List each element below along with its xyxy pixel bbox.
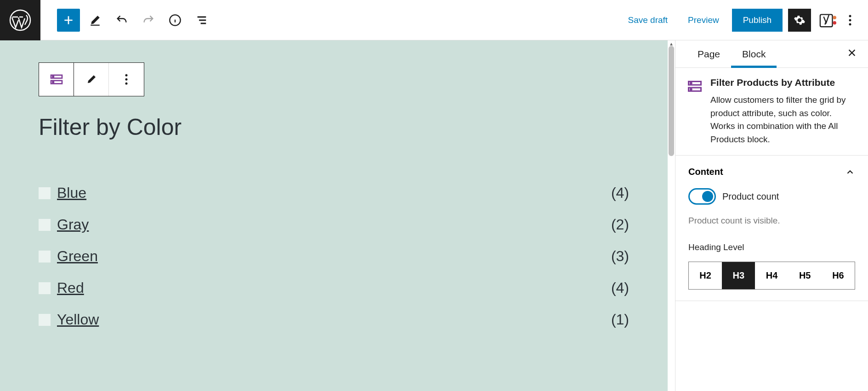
edit-block-button[interactable]	[74, 63, 109, 96]
scrollbar[interactable]: ▲	[668, 40, 675, 391]
filter-count: (1)	[611, 311, 629, 328]
filter-count: (4)	[611, 279, 629, 296]
block-toolbar	[39, 62, 144, 96]
filter-checkbox[interactable]	[39, 219, 51, 231]
filter-count: (4)	[611, 184, 629, 201]
block-more-button[interactable]	[109, 63, 144, 96]
filter-checkbox[interactable]	[39, 251, 51, 263]
filter-label[interactable]: Red	[57, 279, 611, 296]
filter-label[interactable]: Green	[57, 248, 611, 265]
edit-tool-button[interactable]	[84, 9, 107, 32]
redo-button[interactable]	[137, 9, 160, 32]
svg-point-11	[52, 76, 54, 78]
tab-page[interactable]: Page	[686, 41, 731, 67]
chevron-up-icon	[845, 167, 855, 177]
filter-count: (3)	[611, 248, 629, 265]
wordpress-logo[interactable]	[0, 0, 40, 40]
content-panel-header[interactable]: Content	[675, 156, 868, 188]
info-button[interactable]	[164, 9, 187, 32]
product-count-toggle[interactable]	[688, 188, 716, 205]
filter-label[interactable]: Yellow	[57, 311, 611, 328]
close-sidebar-button[interactable]	[847, 48, 857, 61]
svg-point-18	[690, 83, 692, 84]
settings-button[interactable]	[788, 9, 811, 32]
svg-point-6	[849, 15, 851, 17]
panel-title: Content	[688, 167, 723, 177]
add-block-button[interactable]	[57, 9, 80, 32]
heading-level-h3[interactable]: H3	[722, 262, 755, 289]
svg-rect-3	[820, 14, 833, 27]
filter-item: Yellow (1)	[39, 304, 629, 335]
block-type-button[interactable]	[39, 63, 74, 96]
filter-list: Blue (4) Gray (2) Green (3) Red (4)	[39, 177, 629, 335]
filter-checkbox[interactable]	[39, 187, 51, 199]
save-draft-button[interactable]: Save draft	[620, 10, 675, 31]
svg-rect-1	[91, 24, 100, 25]
filter-item: Green (3)	[39, 240, 629, 272]
heading-level-h6[interactable]: H6	[822, 262, 855, 289]
filter-label[interactable]: Blue	[57, 184, 611, 201]
editor-canvas[interactable]: Filter by Color Blue (4) Gray (2) Green …	[0, 40, 668, 391]
filter-item: Blue (4)	[39, 177, 629, 209]
svg-point-15	[125, 83, 128, 85]
svg-point-12	[52, 82, 54, 83]
filter-item: Red (4)	[39, 272, 629, 304]
filter-block-icon	[686, 78, 703, 95]
heading-level-h2[interactable]: H2	[689, 262, 722, 289]
tab-block[interactable]: Block	[731, 41, 777, 67]
block-info: Filter Products by Attribute Allow custo…	[675, 68, 868, 156]
preview-button[interactable]: Preview	[681, 10, 726, 31]
block-heading[interactable]: Filter by Color	[39, 114, 629, 140]
top-toolbar: Save draft Preview Publish	[0, 0, 868, 40]
svg-point-5	[833, 21, 836, 24]
filter-checkbox[interactable]	[39, 282, 51, 294]
settings-sidebar: Page Block Filter Products by Attribute …	[675, 40, 868, 391]
svg-point-7	[849, 19, 851, 21]
svg-point-19	[690, 89, 692, 90]
filter-checkbox[interactable]	[39, 314, 51, 326]
publish-button[interactable]: Publish	[732, 9, 783, 32]
undo-button[interactable]	[110, 9, 133, 32]
block-description: Allow customers to filter the grid by pr…	[710, 94, 857, 146]
svg-point-13	[125, 74, 128, 77]
toggle-helper: Product count is visible.	[688, 216, 855, 226]
filter-label[interactable]: Gray	[57, 216, 611, 233]
heading-level-selector: H2 H3 H4 H5 H6	[688, 262, 855, 290]
yoast-button[interactable]	[817, 9, 840, 32]
scrollbar-thumb[interactable]	[669, 46, 674, 156]
heading-level-label: Heading Level	[688, 242, 855, 252]
heading-level-h4[interactable]: H4	[755, 262, 788, 289]
filter-item: Gray (2)	[39, 209, 629, 240]
outline-button[interactable]	[190, 9, 213, 32]
filter-count: (2)	[611, 216, 629, 233]
more-options-button[interactable]	[845, 11, 855, 29]
toggle-label: Product count	[722, 191, 779, 202]
svg-point-14	[125, 78, 128, 81]
heading-level-h5[interactable]: H5	[789, 262, 822, 289]
svg-point-8	[849, 23, 851, 25]
block-title: Filter Products by Attribute	[710, 77, 857, 88]
svg-point-4	[833, 16, 836, 19]
